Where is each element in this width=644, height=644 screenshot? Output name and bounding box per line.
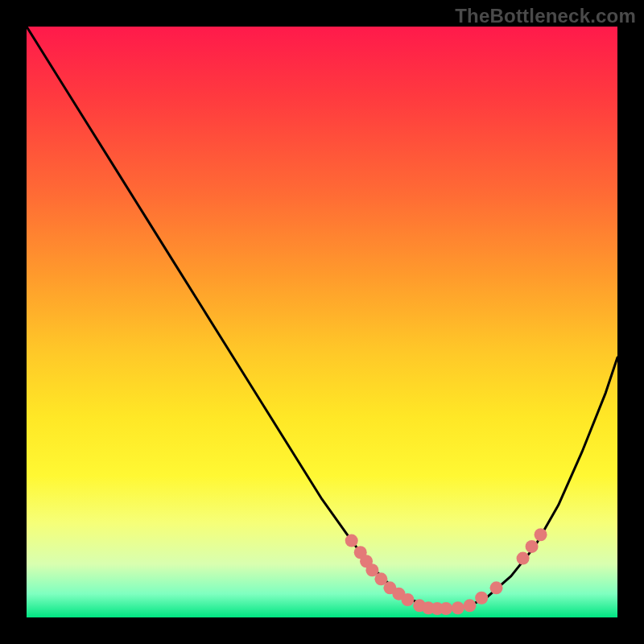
data-marker [345,535,358,547]
data-marker [526,540,539,553]
chart-svg [27,27,617,617]
markers-group [345,528,547,615]
data-marker [517,552,530,565]
watermark-text: TheBottleneck.com [455,5,636,27]
data-marker [452,601,464,614]
data-marker [475,592,488,605]
data-marker [535,528,547,541]
chart-stage: TheBottleneck.com [0,0,644,644]
chart-plot-area [27,27,617,617]
data-marker [440,602,452,615]
curve-path [27,27,617,609]
data-marker [490,581,503,594]
data-marker [401,593,414,606]
data-marker [464,599,477,612]
